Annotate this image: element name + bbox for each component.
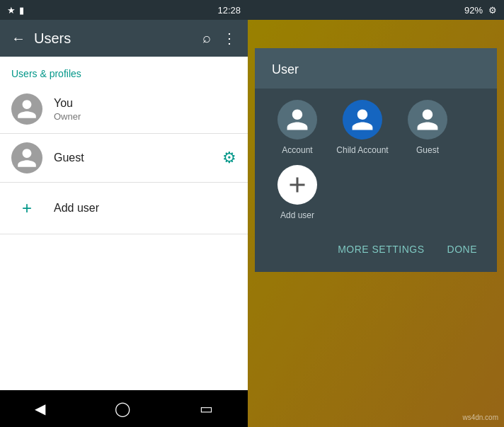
user-role-you: Owner xyxy=(54,111,236,122)
nav-bar: ◀ ◯ ▭ xyxy=(0,390,248,427)
user-info-guest: Guest xyxy=(54,152,222,164)
guest-option[interactable]: Guest xyxy=(399,100,456,156)
search-button[interactable]: ⌕ xyxy=(202,30,211,47)
more-button[interactable]: ⋮ xyxy=(222,30,236,47)
dialog-actions: MORE SETTINGS DONE xyxy=(255,227,497,272)
add-circle-icon xyxy=(285,172,310,198)
back-button[interactable]: ← xyxy=(11,30,25,47)
user-info-you: You Owner xyxy=(54,97,236,122)
toolbar: ← Users ⌕ ⋮ xyxy=(0,20,248,57)
status-bar-right-panel: 92% ⚙ xyxy=(248,0,504,20)
right-panel: 92% ⚙ User Account xyxy=(248,0,504,427)
child-account-label: Child Account xyxy=(336,145,388,156)
status-icons-left: ★ ▮ xyxy=(7,5,24,16)
toolbar-icons: ⌕ ⋮ xyxy=(202,30,236,47)
guest-settings-icon[interactable]: ⚙ xyxy=(222,149,236,167)
account-option[interactable]: Account xyxy=(269,100,326,156)
more-settings-button[interactable]: MORE SETTINGS xyxy=(329,238,433,261)
add-user-avatar xyxy=(277,165,317,205)
right-content: User Account xyxy=(248,20,504,427)
user-item-you[interactable]: You Owner xyxy=(0,85,248,134)
account-label: Account xyxy=(282,145,312,156)
page-title: Users xyxy=(34,30,194,47)
back-nav-icon[interactable]: ◀ xyxy=(35,400,45,417)
status-bar-right: 12:28 xyxy=(217,5,241,16)
user-name-guest: Guest xyxy=(54,152,222,164)
screen-icon: ▮ xyxy=(19,5,24,16)
user-name-you: You xyxy=(54,97,236,110)
user-dialog: User Account xyxy=(255,48,497,272)
home-nav-icon[interactable]: ◯ xyxy=(115,400,130,417)
status-bar-left: ★ ▮ 12:28 xyxy=(0,0,248,20)
bluetooth-icon: ★ xyxy=(7,5,16,16)
guest-person-icon xyxy=(415,107,440,132)
dialog-title: User xyxy=(255,48,497,89)
users-content: Users & profiles You Owner Guest xyxy=(0,57,248,390)
guest-label: Guest xyxy=(416,145,439,156)
person-icon-you xyxy=(16,98,38,120)
guest-avatar xyxy=(408,100,447,140)
avatar-you xyxy=(11,93,42,125)
account-person-icon xyxy=(285,107,310,132)
avatar-guest xyxy=(11,142,42,173)
settings-gear-icon[interactable]: ⚙ xyxy=(488,5,497,16)
watermark: ws4dn.com xyxy=(462,414,498,421)
add-plus-icon: + xyxy=(11,193,42,224)
time-display: 12:28 xyxy=(217,5,241,16)
add-user-item[interactable]: + Add user xyxy=(0,183,248,234)
add-user-dialog-label: Add user xyxy=(280,210,314,222)
done-button[interactable]: DONE xyxy=(439,238,486,261)
user-item-guest[interactable]: Guest ⚙ xyxy=(0,134,248,183)
battery-percentage: 92% xyxy=(464,5,483,16)
add-user-label: Add user xyxy=(54,202,99,215)
dialog-options: Account Child Account xyxy=(255,89,497,227)
section-header: Users & profiles xyxy=(0,57,248,85)
child-account-option[interactable]: Child Account xyxy=(334,100,391,156)
child-account-person-icon xyxy=(350,107,375,132)
dialog-add-user-option[interactable]: Add user xyxy=(269,165,326,222)
recents-nav-icon[interactable]: ▭ xyxy=(200,400,213,417)
person-icon-guest xyxy=(16,147,38,169)
child-account-avatar xyxy=(343,100,382,140)
account-avatar xyxy=(277,100,317,140)
left-panel: ★ ▮ 12:28 ← Users ⌕ ⋮ Users & profiles Y… xyxy=(0,0,248,427)
